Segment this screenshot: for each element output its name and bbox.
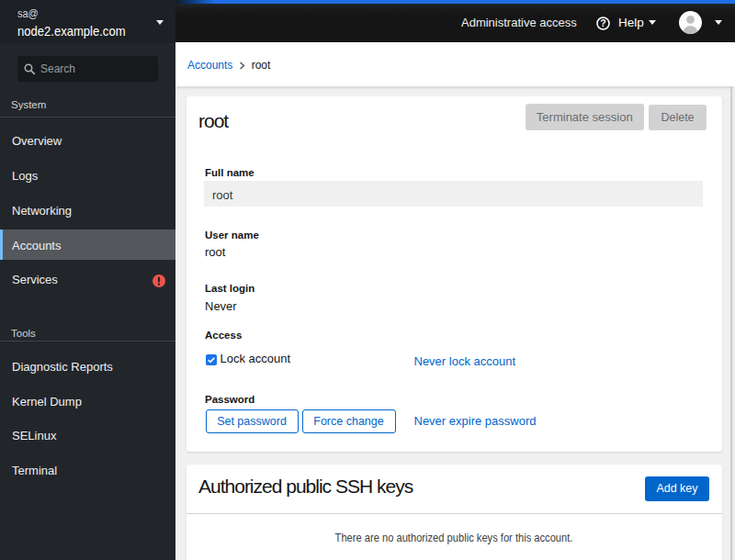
svg-text:?: ? — [600, 17, 605, 28]
